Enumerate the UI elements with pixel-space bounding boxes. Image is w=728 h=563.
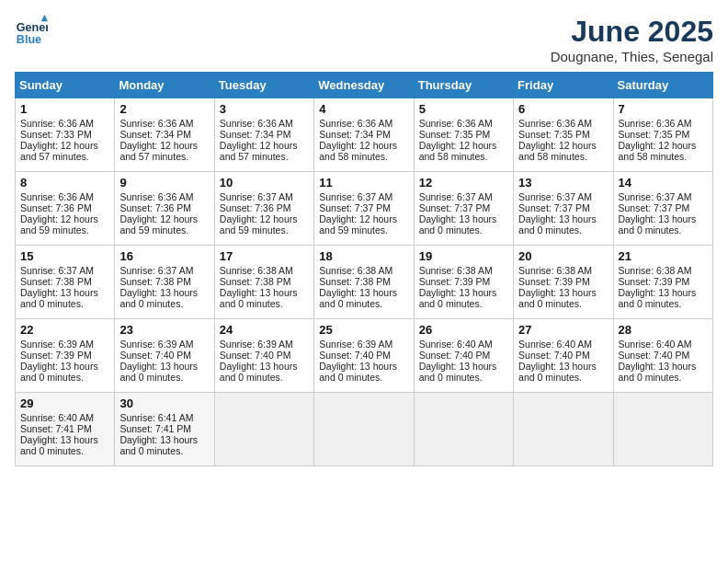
sunset-text: Sunset: 7:36 PM [220, 202, 291, 213]
day-number: 27 [518, 323, 608, 337]
sunset-text: Sunset: 7:35 PM [518, 129, 590, 140]
sunrise-text: Sunrise: 6:37 AM [518, 191, 592, 202]
daylight-text: Daylight: 13 hours and 0 minutes. [119, 361, 198, 383]
sunrise-text: Sunrise: 6:40 AM [419, 339, 493, 350]
sunset-text: Sunset: 7:39 PM [419, 276, 491, 287]
calendar-cell: 13Sunrise: 6:37 AMSunset: 7:37 PMDayligh… [514, 172, 613, 246]
sunrise-text: Sunrise: 6:36 AM [319, 118, 392, 129]
sunset-text: Sunset: 7:34 PM [319, 129, 391, 140]
day-number: 13 [518, 176, 608, 190]
calendar-cell: 1Sunrise: 6:36 AMSunset: 7:33 PMDaylight… [16, 98, 115, 172]
day-number: 26 [419, 323, 508, 337]
day-number: 15 [20, 249, 109, 263]
logo: General Blue [15, 15, 48, 48]
sunrise-text: Sunrise: 6:38 AM [619, 265, 692, 276]
calendar-cell: 14Sunrise: 6:37 AMSunset: 7:37 PMDayligh… [613, 172, 712, 246]
sunset-text: Sunset: 7:37 PM [619, 202, 690, 213]
col-header-thursday: Thursday [414, 73, 513, 98]
calendar-cell: 11Sunrise: 6:37 AMSunset: 7:37 PMDayligh… [314, 172, 414, 246]
col-header-tuesday: Tuesday [214, 73, 313, 98]
col-header-sunday: Sunday [16, 73, 115, 98]
calendar-cell: 28Sunrise: 6:40 AMSunset: 7:40 PMDayligh… [613, 319, 712, 393]
sunset-text: Sunset: 7:38 PM [220, 276, 291, 287]
week-row-4: 29Sunrise: 6:40 AMSunset: 7:41 PMDayligh… [16, 393, 713, 466]
daylight-text: Daylight: 13 hours and 0 minutes. [419, 287, 497, 309]
sunset-text: Sunset: 7:37 PM [319, 202, 391, 213]
sunrise-text: Sunrise: 6:39 AM [119, 339, 193, 350]
week-row-2: 15Sunrise: 6:37 AMSunset: 7:38 PMDayligh… [16, 246, 713, 319]
calendar-cell: 3Sunrise: 6:36 AMSunset: 7:34 PMDaylight… [214, 98, 313, 172]
sunset-text: Sunset: 7:40 PM [518, 350, 590, 361]
day-number: 12 [419, 176, 508, 190]
day-number: 1 [20, 102, 109, 116]
sunset-text: Sunset: 7:37 PM [518, 202, 590, 213]
sunset-text: Sunset: 7:40 PM [119, 350, 191, 361]
sunset-text: Sunset: 7:38 PM [20, 276, 92, 287]
calendar-cell: 21Sunrise: 6:38 AMSunset: 7:39 PMDayligh… [613, 246, 712, 319]
sunrise-text: Sunrise: 6:36 AM [220, 118, 293, 129]
daylight-text: Daylight: 13 hours and 0 minutes. [419, 213, 497, 236]
sunrise-text: Sunrise: 6:36 AM [619, 118, 692, 129]
calendar-cell [514, 393, 613, 466]
daylight-text: Daylight: 13 hours and 0 minutes. [220, 361, 298, 383]
daylight-text: Daylight: 12 hours and 57 minutes. [119, 140, 198, 162]
calendar-cell: 6Sunrise: 6:36 AMSunset: 7:35 PMDaylight… [514, 98, 613, 172]
calendar-cell: 22Sunrise: 6:39 AMSunset: 7:39 PMDayligh… [16, 319, 115, 393]
calendar-cell: 8Sunrise: 6:36 AMSunset: 7:36 PMDaylight… [16, 172, 115, 246]
calendar-cell: 26Sunrise: 6:40 AMSunset: 7:40 PMDayligh… [414, 319, 513, 393]
day-number: 3 [220, 102, 309, 116]
sunrise-text: Sunrise: 6:36 AM [419, 118, 493, 129]
day-number: 28 [619, 323, 708, 337]
calendar-cell [613, 393, 712, 466]
sunrise-text: Sunrise: 6:38 AM [319, 265, 392, 276]
day-number: 14 [619, 176, 708, 190]
calendar-cell: 30Sunrise: 6:41 AMSunset: 7:41 PMDayligh… [115, 393, 214, 466]
sunrise-text: Sunrise: 6:38 AM [518, 265, 592, 276]
day-number: 19 [419, 249, 508, 263]
day-number: 17 [220, 249, 309, 263]
day-number: 4 [319, 102, 408, 116]
daylight-text: Daylight: 13 hours and 0 minutes. [119, 287, 198, 309]
sunrise-text: Sunrise: 6:36 AM [119, 191, 193, 202]
daylight-text: Daylight: 12 hours and 59 minutes. [319, 213, 397, 236]
calendar-cell: 18Sunrise: 6:38 AMSunset: 7:38 PMDayligh… [314, 246, 414, 319]
sunset-text: Sunset: 7:40 PM [619, 350, 690, 361]
daylight-text: Daylight: 13 hours and 0 minutes. [220, 287, 298, 309]
sunrise-text: Sunrise: 6:37 AM [619, 191, 692, 202]
daylight-text: Daylight: 12 hours and 59 minutes. [220, 213, 298, 236]
sunset-text: Sunset: 7:37 PM [419, 202, 491, 213]
day-number: 20 [518, 249, 608, 263]
calendar-cell: 24Sunrise: 6:39 AMSunset: 7:40 PMDayligh… [214, 319, 313, 393]
sunrise-text: Sunrise: 6:40 AM [518, 339, 592, 350]
daylight-text: Daylight: 13 hours and 0 minutes. [419, 361, 497, 383]
daylight-text: Daylight: 13 hours and 0 minutes. [319, 361, 397, 383]
page-header: General Blue June 2025 Dougnane, Thies, … [15, 15, 713, 64]
sunset-text: Sunset: 7:34 PM [220, 129, 291, 140]
daylight-text: Daylight: 13 hours and 0 minutes. [619, 213, 697, 236]
daylight-text: Daylight: 12 hours and 58 minutes. [518, 140, 597, 162]
sunrise-text: Sunrise: 6:37 AM [319, 191, 392, 202]
sunset-text: Sunset: 7:36 PM [119, 202, 191, 213]
calendar-cell: 7Sunrise: 6:36 AMSunset: 7:35 PMDaylight… [613, 98, 712, 172]
calendar-cell: 16Sunrise: 6:37 AMSunset: 7:38 PMDayligh… [115, 246, 214, 319]
sunrise-text: Sunrise: 6:37 AM [419, 191, 493, 202]
day-number: 21 [619, 249, 708, 263]
day-number: 16 [119, 249, 209, 263]
day-number: 2 [119, 102, 209, 116]
col-header-monday: Monday [115, 73, 214, 98]
sunset-text: Sunset: 7:35 PM [619, 129, 690, 140]
sunset-text: Sunset: 7:39 PM [20, 350, 92, 361]
daylight-text: Daylight: 12 hours and 57 minutes. [20, 140, 98, 162]
daylight-text: Daylight: 13 hours and 0 minutes. [20, 287, 98, 309]
calendar-cell: 2Sunrise: 6:36 AMSunset: 7:34 PMDaylight… [115, 98, 214, 172]
sunset-text: Sunset: 7:34 PM [119, 129, 191, 140]
calendar-cell: 9Sunrise: 6:36 AMSunset: 7:36 PMDaylight… [115, 172, 214, 246]
calendar-cell: 15Sunrise: 6:37 AMSunset: 7:38 PMDayligh… [16, 246, 115, 319]
calendar-cell: 25Sunrise: 6:39 AMSunset: 7:40 PMDayligh… [314, 319, 414, 393]
sunrise-text: Sunrise: 6:40 AM [619, 339, 692, 350]
col-header-wednesday: Wednesday [314, 73, 414, 98]
calendar-cell: 4Sunrise: 6:36 AMSunset: 7:34 PMDaylight… [314, 98, 414, 172]
daylight-text: Daylight: 13 hours and 0 minutes. [20, 361, 98, 383]
sunset-text: Sunset: 7:40 PM [220, 350, 291, 361]
day-number: 6 [518, 102, 608, 116]
